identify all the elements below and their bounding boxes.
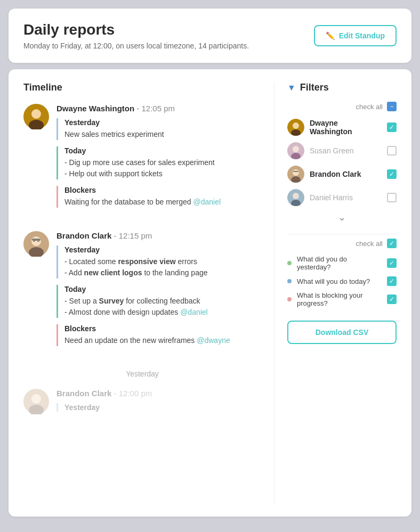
dwayne-today: Today - Dig up more use cases for sales … (56, 146, 261, 179)
brandon-name: Brandon Clark (56, 231, 111, 240)
svg-point-19 (293, 169, 299, 176)
svg-point-1 (31, 109, 41, 119)
question-check-today[interactable]: ✓ (387, 276, 397, 286)
filter-name-susan: Susan Green (310, 146, 382, 155)
check-all-top-checkbox[interactable]: − (387, 102, 397, 111)
person-entry-brandon: Brandon Clark - 12:15 pm Yesterday - Loc… (23, 231, 261, 353)
dwayne-name: Dwayne Washington (56, 104, 134, 113)
brandon-faded-name: Brandon Clark (56, 389, 111, 398)
main-card: Timeline Dwayne Washington - 12:05 pm (9, 69, 411, 517)
timeline-section: Timeline Dwayne Washington - 12:05 pm (23, 82, 274, 504)
filter-check-susan[interactable] (387, 146, 397, 155)
svg-rect-21 (293, 171, 298, 172)
check-all-bottom-checkbox[interactable]: ✓ (387, 239, 397, 248)
brandon-today: Today - Set up a Survey for collecting f… (56, 285, 261, 318)
header-card: Daily reports Monday to Friday, at 12:00… (9, 9, 411, 63)
filter-check-dwayne[interactable]: ✓ (387, 122, 397, 132)
dwayne-content: Dwayne Washington - 12:05 pm Yesterday N… (56, 104, 261, 214)
pencil-icon: ✏️ (326, 31, 335, 40)
svg-point-23 (293, 193, 299, 199)
dwayne-yesterday: Yesterday New sales metrics experiment (56, 118, 261, 140)
dot-today (287, 279, 292, 283)
header-text: Daily reports Monday to Friday, at 12:00… (23, 21, 249, 50)
person-entry-dwayne: Dwayne Washington - 12:05 pm Yesterday N… (23, 104, 261, 214)
mention-daniel-2: @daniel (180, 308, 208, 316)
filter-person-brandon[interactable]: Brandon Clark ✓ (287, 162, 397, 186)
page-wrapper: Daily reports Monday to Friday, at 12:00… (9, 9, 411, 517)
brandon-faded-yesterday: Yesterday (56, 403, 261, 412)
filter-avatar-brandon (287, 166, 304, 183)
download-csv-button[interactable]: Download CSV (287, 321, 397, 344)
filter-icon: ▼ (287, 83, 296, 93)
filter-name-dwayne: Dwayne Washington (310, 119, 382, 136)
filter-divider (287, 234, 397, 234)
svg-rect-6 (32, 239, 41, 241)
dwayne-time: - 12:05 pm (136, 104, 175, 113)
date-separator: Yesterday (23, 370, 261, 378)
filter-check-daniel[interactable] (387, 193, 397, 202)
question-label-blockers: What is blocking your progress? (297, 291, 382, 307)
expand-people-chevron[interactable]: ⌄ (287, 209, 397, 230)
question-blockers[interactable]: What is blocking your progress? ✓ (287, 289, 397, 310)
brandon-faded-time: - 12:00 pm (114, 389, 152, 398)
brandon-faded-content: Brandon Clark - 12:00 pm Yesterday (56, 389, 261, 418)
page-subtitle: Monday to Friday, at 12:00, on users loc… (23, 42, 249, 50)
filter-avatar-dwayne (287, 119, 304, 136)
dwayne-header: Dwayne Washington - 12:05 pm (56, 104, 261, 113)
svg-rect-7 (33, 241, 35, 242)
brandon-time: - 12:15 pm (114, 231, 152, 240)
filter-name-brandon: Brandon Clark (310, 170, 382, 178)
brandon-content: Brandon Clark - 12:15 pm Yesterday - Loc… (56, 231, 261, 353)
filter-name-daniel: Daniel Harris (310, 193, 382, 202)
filters-section: ▼ Filters check all − Dwayne Washington (274, 82, 397, 504)
avatar-brandon (23, 231, 49, 257)
filter-person-dwayne[interactable]: Dwayne Washington ✓ (287, 116, 397, 139)
filter-avatar-susan (287, 142, 304, 159)
question-check-blockers[interactable]: ✓ (387, 294, 397, 304)
filter-avatar-daniel (287, 189, 304, 206)
filter-check-brandon[interactable]: ✓ (387, 169, 397, 179)
person-entry-brandon-faded: Brandon Clark - 12:00 pm Yesterday (23, 389, 261, 418)
question-label-yesterday: What did you do yesterday? (297, 255, 382, 271)
filter-person-daniel[interactable]: Daniel Harris (287, 186, 397, 209)
dot-blockers (287, 297, 292, 301)
question-today[interactable]: What will you do today? ✓ (287, 274, 397, 289)
avatar-brandon-faded (23, 389, 49, 414)
filters-header: ▼ Filters (287, 82, 397, 93)
question-label-today: What will you do today? (297, 277, 382, 285)
mention-daniel: @daniel (193, 198, 221, 206)
svg-point-13 (293, 122, 299, 129)
edit-standup-button[interactable]: ✏️ Edit Standup (314, 25, 397, 46)
dot-yesterday (287, 261, 292, 265)
avatar-dwayne (23, 104, 49, 129)
filter-person-susan[interactable]: Susan Green (287, 139, 397, 162)
brandon-faded-header: Brandon Clark - 12:00 pm (56, 389, 261, 398)
svg-rect-8 (37, 241, 39, 242)
question-yesterday[interactable]: What did you do yesterday? ✓ (287, 252, 397, 274)
check-all-bottom: check all ✓ (287, 239, 397, 248)
dwayne-blockers: Blockers Waiting for the database to be … (56, 186, 261, 208)
mention-dwayne: @dwayne (197, 336, 230, 345)
timeline-title: Timeline (23, 82, 261, 93)
page-title: Daily reports (23, 21, 249, 38)
svg-point-4 (31, 236, 41, 246)
question-check-yesterday[interactable]: ✓ (387, 258, 397, 268)
brandon-blockers: Blockers Need an update on the new wiref… (56, 324, 261, 346)
check-all-top: check all − (287, 102, 397, 111)
svg-point-10 (31, 394, 41, 404)
brandon-header: Brandon Clark - 12:15 pm (56, 231, 261, 240)
brandon-yesterday: Yesterday - Located some responsive view… (56, 245, 261, 279)
svg-point-16 (293, 146, 299, 152)
